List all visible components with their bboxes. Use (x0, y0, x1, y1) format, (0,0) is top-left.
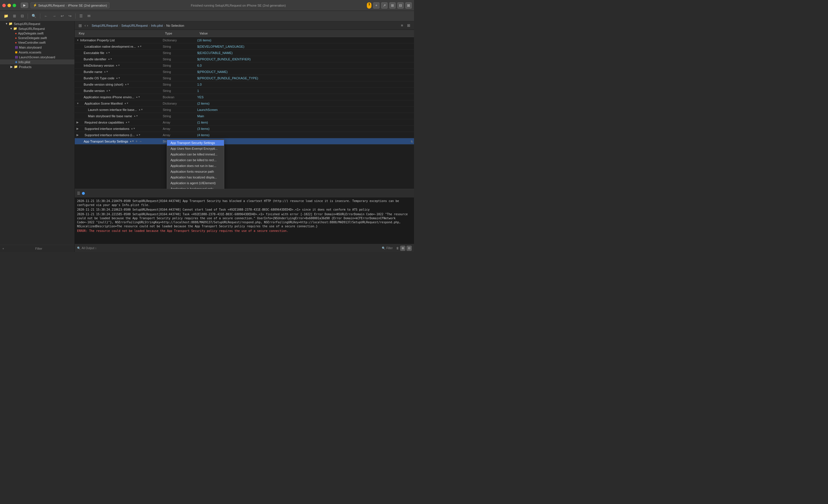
log-layout-btn-2[interactable]: ⊟ (407, 246, 412, 251)
plist-row-localization[interactable]: ▶ Localization native development re... … (75, 43, 414, 50)
breadcrumb-actions: ≡ ⊞ (399, 22, 412, 29)
minimize-button[interactable] (7, 4, 11, 7)
dropdown-item-fonts-path[interactable]: Application fonts resource path (167, 169, 224, 174)
stepper-orient[interactable]: ▲▼ (131, 128, 135, 130)
plist-row-bundle-id[interactable]: Bundle identifier ▲▼ String $(PRODUCT_BU… (75, 56, 414, 62)
plist-row-executable[interactable]: Executable file ▲▼ String $(EXECUTABLE_N… (75, 50, 414, 56)
plist-row-orient[interactable]: ▶ Supported interface orientations ▲▼ Ar… (75, 126, 414, 132)
stepper-bundle-id[interactable]: ▲▼ (108, 58, 113, 60)
stepper-ats[interactable]: ▲▼ (130, 140, 134, 142)
plist-row-iphone-req[interactable]: Application requires iPhone enviro... ▲▼… (75, 94, 414, 100)
plist-row-bundle-ver[interactable]: Bundle version ▲▼ String 1 (75, 88, 414, 94)
stepper-iphone-req[interactable]: ▲▼ (136, 96, 140, 98)
close-button[interactable] (2, 4, 6, 7)
plist-row-orient-ipad[interactable]: ▶ Supported interface orientations (i...… (75, 132, 414, 138)
dropdown-item-localized[interactable]: Application has localized displa... (167, 174, 224, 180)
layout-btn-3[interactable]: ⊠ (405, 2, 412, 9)
comment-icon[interactable]: ✉ (86, 13, 92, 19)
stepper-bundle-ver[interactable]: ▲▼ (106, 90, 111, 92)
plus-icon[interactable]: + (2, 247, 4, 250)
hierarchy-icon[interactable]: ⊞ (11, 13, 17, 19)
undo-icon[interactable]: ↩ (59, 13, 65, 19)
key-dropdown[interactable]: App Transport Security Settings App Uses… (167, 139, 224, 189)
sidebar-item-root[interactable]: ▾ 📁 SetupURLRequest (0, 21, 75, 26)
stepper-launch-screen[interactable]: ▲▼ (138, 108, 143, 111)
scheme-selector[interactable]: ⚡ SetupURLRequest › iPhone SE (2nd gener… (31, 2, 110, 8)
breadcrumb-fwd-btn[interactable]: › (87, 23, 88, 28)
warning-badge[interactable]: 1 (367, 2, 371, 9)
layout-btn-1[interactable]: ⊞ (389, 2, 396, 9)
log-entry-2: 2020-11-21 15:38:24.218623-0500 SetupURL… (77, 208, 412, 212)
sidebar-item-viewcontroller[interactable]: ● ViewController.swift (0, 40, 75, 45)
plist-row-infodict[interactable]: InfoDictionary version ▲▼ String 6.0 (75, 62, 414, 69)
search-icon[interactable]: 🔍 (30, 13, 38, 19)
plist-row-main-storyboard[interactable]: Main storyboard file base name ▲▼ String… (75, 113, 414, 119)
breadcrumb-item-2[interactable]: SetupURLRequest (121, 24, 148, 27)
expand-arrow-root[interactable]: ▾ (76, 39, 79, 42)
sidebar-item-appdelegate[interactable]: ● AppDelegate.swift (0, 31, 75, 36)
back-icon[interactable]: ← (43, 13, 49, 19)
run-button[interactable]: ▶ (21, 3, 28, 8)
stepper-bundle-name[interactable]: ▲▼ (104, 71, 109, 73)
plist-row-device-cap[interactable]: ▶ Required device capabilities ▲▼ Array … (75, 119, 414, 126)
inspector-icon[interactable]: ⊟ (19, 13, 25, 19)
sidebar-item-scenedelegate[interactable]: ● SceneDelegate.swift (0, 36, 75, 40)
breadcrumb-item-3[interactable]: Info.plist (151, 24, 163, 27)
stepper-executable[interactable]: ▲▼ (106, 52, 111, 54)
sidebar-item-assets[interactable]: ◼ Assets.xcassets (0, 50, 75, 55)
plist-row-ats[interactable]: App Transport Security Settings ▲▼ + − S… (75, 138, 414, 144)
redo-icon[interactable]: ↪ (67, 13, 73, 19)
expand-arrow-device-cap[interactable]: ▶ (76, 121, 79, 124)
plist-row-root[interactable]: ▾ Information Property List Dictionary (… (75, 37, 414, 43)
dropdown-item-killed-immed[interactable]: Application can be killed immed... (167, 151, 224, 157)
trash-icon[interactable]: 🗑 (396, 246, 399, 250)
view-icon[interactable]: ⊞ (406, 22, 412, 29)
col-key: Key (77, 31, 163, 36)
add-button[interactable]: + (373, 2, 379, 9)
filter-icon[interactable]: ≡ (399, 22, 405, 29)
plist-row-scene-manifest[interactable]: ▾ Application Scene Manifest ▲▼ Dictiona… (75, 100, 414, 106)
breadcrumb-back-btn[interactable]: ‹ (85, 23, 86, 28)
dropdown-item-not-run-bg[interactable]: Application does not run in bac... (167, 163, 224, 169)
forward-icon[interactable]: → (51, 13, 57, 19)
maximize-button[interactable] (13, 4, 16, 7)
sidebar-item-group[interactable]: ▾ 📁 SetupURLRequest (0, 26, 75, 31)
dropdown-item-killed-recl[interactable]: Application can be killed to recl... (167, 157, 224, 163)
plist-row-launch-screen[interactable]: Launch screen interface file base... ▲▼ … (75, 106, 414, 113)
stepper-main-storyboard[interactable]: ▲▼ (133, 115, 138, 117)
dropdown-item-ats[interactable]: App Transport Security Settings (167, 140, 224, 146)
sidebar-item-main-storyboard[interactable]: ▤ Main.storyboard (0, 45, 75, 50)
folder-icon[interactable]: 📁 (2, 13, 10, 19)
type-bundle-name: String (161, 70, 196, 74)
grid-icon[interactable]: ⊞ (77, 22, 83, 29)
expand-arrow-orient-ipad[interactable]: ▶ (76, 133, 79, 136)
breadcrumb-item-1[interactable]: SetupURLRequest (92, 24, 118, 27)
list-icon[interactable]: ☰ (78, 13, 84, 19)
key-label-iphone-req: Application requires iPhone enviro... (84, 95, 134, 99)
stepper-localization[interactable]: ▲▼ (137, 45, 142, 48)
stepper-infodict[interactable]: ▲▼ (116, 64, 120, 67)
plist-row-bundle-name[interactable]: Bundle name ▲▼ String $(PRODUCT_NAME) (75, 69, 414, 75)
log-filter-icon[interactable]: ☰ (77, 191, 80, 195)
stepper-bundle-ver-short[interactable]: ▲▼ (125, 83, 129, 86)
forward-button[interactable]: ↗ (381, 2, 387, 9)
expand-arrow-scene[interactable]: ▾ (76, 102, 79, 105)
stepper-scene-manifest[interactable]: ▲▼ (124, 102, 129, 104)
stepper-bundle-os[interactable]: ▲▼ (116, 77, 120, 79)
stepper-orient-ipad[interactable]: ▲▼ (136, 134, 140, 136)
sidebar-item-products[interactable]: ▶ 📁 Products (0, 64, 75, 69)
expand-arrow-orient[interactable]: ▶ (76, 127, 79, 130)
log-layout-btn-1[interactable]: ⊞ (400, 246, 405, 251)
sidebar-item-infoplist[interactable]: ◈ Info.plist (0, 59, 75, 64)
dropdown-item-bg-only[interactable]: Application is background only (167, 186, 224, 189)
dropdown-item-agent[interactable]: Application is agent (UIElement) (167, 180, 224, 186)
breadcrumb-current: No Selection (166, 24, 184, 27)
sidebar-item-launchscreen[interactable]: ▤ LaunchScreen.storyboard (0, 55, 75, 59)
remove-row-btn[interactable]: − (139, 139, 142, 143)
layout-btn-2[interactable]: ⊟ (397, 2, 404, 9)
plist-row-bundle-os[interactable]: Bundle OS Type code ▲▼ String $(PRODUCT_… (75, 75, 414, 81)
add-row-btn[interactable]: + (135, 139, 138, 143)
plist-row-bundle-ver-short[interactable]: Bundle version string (short) ▲▼ String … (75, 81, 414, 88)
stepper-device-cap[interactable]: ▲▼ (125, 121, 130, 124)
dropdown-item-nonexempt[interactable]: App Uses Non-Exempt Encrypti... (167, 146, 224, 151)
